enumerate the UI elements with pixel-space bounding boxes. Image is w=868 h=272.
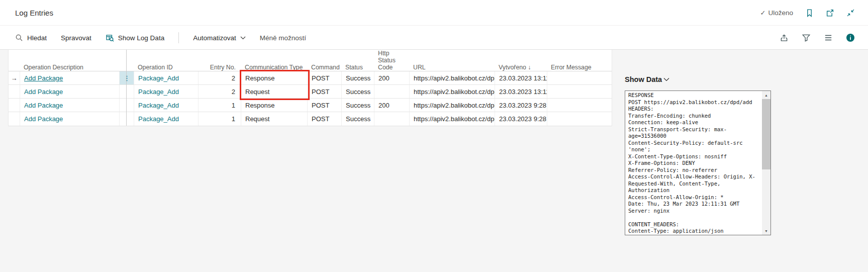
chevron-down-icon (663, 77, 669, 81)
show-log-data-button[interactable]: Show Log Data (106, 34, 164, 42)
check-icon: ✓ (760, 9, 766, 17)
column-header-operation-description[interactable]: Operation Description (20, 50, 134, 74)
collapse-button[interactable] (846, 9, 855, 17)
cell-command[interactable]: POST (308, 85, 342, 98)
toolbar-right-actions (780, 33, 855, 42)
cell-created[interactable]: 23.03.2023 13:11 (495, 85, 547, 98)
cell-created[interactable]: 23.03.2023 9:28 (495, 112, 547, 126)
cell-command[interactable]: POST (308, 99, 342, 112)
list-view-button[interactable] (824, 33, 833, 42)
row-selector-cell[interactable] (9, 112, 20, 126)
saved-indicator: ✓ Uloženo (760, 9, 793, 17)
row-context-menu-cell (120, 99, 134, 112)
cell-url[interactable]: https://apiv2.balikobot.cz/dpd... (410, 99, 495, 112)
cell-http-status-code[interactable] (374, 85, 410, 98)
popout-icon (826, 9, 834, 17)
filter-button[interactable] (802, 33, 811, 42)
automate-menu-button[interactable]: Automatizovat (193, 34, 246, 42)
row-selector-cell[interactable]: → (9, 71, 20, 84)
row-selector-cell[interactable] (9, 99, 20, 112)
column-header-entry-no[interactable]: Entry No. (199, 50, 241, 74)
cell-status[interactable]: Success (342, 112, 374, 126)
cell-operation-id[interactable]: Package_Add (134, 85, 199, 98)
cell-command[interactable]: POST (308, 112, 342, 126)
cell-error-message[interactable] (547, 71, 612, 84)
scrollbar-thumb[interactable] (762, 99, 770, 169)
table-row[interactable]: Add Package Package_Add 1 Response POST … (9, 99, 612, 112)
table-row[interactable]: → Add Package ⋮ Package_Add 2 Response P… (9, 71, 612, 85)
page-title: Log Entries (15, 9, 53, 17)
cell-http-status-code[interactable]: 200 (374, 71, 410, 84)
column-header-communication-type[interactable]: Communication Type (241, 50, 308, 74)
cell-operation-id[interactable]: Package_Add (134, 112, 199, 126)
column-header-http-status-code[interactable]: Http Status Code (374, 50, 410, 74)
cell-http-status-code[interactable]: 200 (374, 99, 410, 112)
search-button[interactable]: Hledat (15, 34, 47, 42)
filter-icon (802, 33, 811, 42)
cell-error-message[interactable] (547, 99, 612, 112)
cell-communication-type[interactable]: Request (241, 112, 308, 126)
log-data-textbox[interactable]: RESPONSE POST https://apiv2.balikobot.cz… (625, 90, 771, 235)
bookmark-icon (805, 9, 814, 17)
cell-status[interactable]: Success (342, 71, 374, 84)
cell-error-message[interactable] (547, 85, 612, 98)
scroll-down-button[interactable]: ▼ (762, 227, 770, 235)
cell-entry-no[interactable]: 1 (199, 112, 241, 126)
column-header-error-message[interactable]: Error Message (547, 50, 612, 74)
cell-entry-no[interactable]: 2 (199, 85, 241, 98)
header-gutter (9, 50, 20, 74)
table-header-row: Operation Description Operation ID Entry… (9, 50, 612, 71)
show-log-data-icon (106, 34, 114, 42)
cell-error-message[interactable] (547, 112, 612, 126)
manage-button[interactable]: Spravovat (61, 34, 91, 42)
log-data-content: RESPONSE POST https://apiv2.balikobot.cz… (625, 91, 762, 235)
info-button[interactable] (846, 33, 855, 42)
cell-operation-description[interactable]: Add Package (20, 112, 120, 126)
column-header-command[interactable]: Command (308, 50, 342, 74)
cell-communication-type[interactable]: Response (241, 71, 308, 84)
cell-entry-no[interactable]: 1 (199, 99, 241, 112)
scrollbar[interactable]: ▲ ▼ (762, 91, 770, 235)
row-context-menu-cell (120, 85, 134, 98)
bookmark-button[interactable] (805, 9, 814, 17)
cell-operation-description[interactable]: Add Package (20, 99, 120, 112)
column-header-url[interactable]: URL (410, 50, 495, 74)
cell-status[interactable]: Success (342, 85, 374, 98)
action-toolbar: Hledat Spravovat Show Log Data Automatiz… (0, 26, 868, 49)
cell-operation-description[interactable]: Add Package (20, 71, 120, 84)
row-selector-cell[interactable] (9, 85, 20, 98)
cell-url[interactable]: https://apiv2.balikobot.cz/dpd... (410, 71, 495, 84)
share-icon (780, 33, 789, 42)
manage-label: Spravovat (61, 34, 91, 42)
cell-command[interactable]: POST (308, 71, 342, 84)
column-header-status[interactable]: Status (342, 50, 374, 74)
search-label: Hledat (27, 34, 47, 42)
cell-communication-type[interactable]: Request (241, 85, 308, 98)
fewer-options-button[interactable]: Méně možností (260, 34, 306, 42)
column-header-operation-id[interactable]: Operation ID (134, 50, 199, 74)
show-data-dropdown[interactable]: Show Data (625, 75, 669, 83)
cell-http-status-code[interactable] (374, 112, 410, 126)
column-header-created[interactable]: Vytvořeno ↓ (495, 50, 547, 74)
cell-created[interactable]: 23.03.2023 9:28 (495, 99, 547, 112)
cell-operation-id[interactable]: Package_Add (134, 71, 199, 84)
cell-status[interactable]: Success (342, 99, 374, 112)
table-row[interactable]: Add Package Package_Add 2 Request POST S… (9, 85, 612, 99)
row-context-menu-button[interactable]: ⋮ (120, 71, 134, 84)
cell-communication-type[interactable]: Response (241, 99, 308, 112)
cell-url[interactable]: https://apiv2.balikobot.cz/dpd... (410, 112, 495, 126)
cell-created[interactable]: 23.03.2023 13:11 (495, 71, 547, 84)
fewer-options-label: Méně možností (260, 34, 306, 42)
ellipsis-icon: ⋮ (124, 74, 130, 82)
scroll-up-button[interactable]: ▲ (762, 91, 770, 99)
cell-operation-description[interactable]: Add Package (20, 85, 120, 98)
cell-entry-no[interactable]: 2 (199, 71, 241, 84)
chevron-down-icon (240, 36, 246, 40)
open-in-new-window-button[interactable] (826, 9, 834, 17)
cell-url[interactable]: https://apiv2.balikobot.cz/dpd... (410, 85, 495, 98)
cell-operation-id[interactable]: Package_Add (134, 99, 199, 112)
table-row[interactable]: Add Package Package_Add 1 Request POST S… (9, 112, 612, 126)
share-button[interactable] (780, 33, 789, 42)
title-bar-actions: ✓ Uloženo (760, 9, 855, 17)
toolbar-separator (0, 49, 868, 50)
